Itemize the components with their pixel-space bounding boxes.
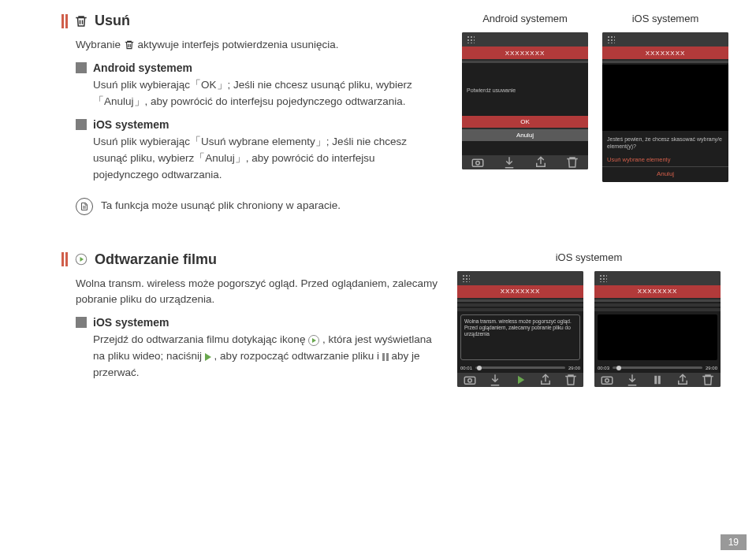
phone-title-bar: XXXXXXXX — [602, 46, 728, 59]
share-icon[interactable] — [676, 373, 690, 387]
ios-cancel-button[interactable]: Anuluj — [602, 167, 728, 182]
note-row: Ta funkcja może usunąć plik chroniony w … — [76, 198, 440, 215]
phone-title-bar: XXXXXXXX — [457, 285, 583, 298]
trash-icon — [74, 14, 88, 28]
camera-icon[interactable] — [463, 373, 477, 387]
note-text: Ta funkcja może usunąć plik chroniony w … — [101, 198, 341, 214]
svg-rect-7 — [654, 375, 657, 384]
svg-rect-5 — [601, 377, 613, 384]
pause-icon-inline — [382, 353, 389, 361]
confirm-delete-text: Potwierdź usuwanie — [462, 65, 588, 116]
menu-grid-icon[interactable] — [467, 35, 475, 43]
share-icon[interactable] — [538, 373, 553, 387]
bullet-square-icon — [76, 62, 87, 73]
ios-subheading: iOS systemem — [76, 118, 440, 131]
delete-intro: Wybranie aktywuje interfejs potwierdzeni… — [76, 37, 440, 54]
section-heading-playback: Odtwarzanie filmu — [61, 251, 440, 268]
note-icon — [76, 198, 93, 215]
trash-icon-inline — [124, 39, 135, 50]
ok-button[interactable]: OK — [462, 116, 588, 128]
android-body: Usuń plik wybierając「OK」; Jeśli nie chce… — [93, 77, 440, 110]
svg-point-1 — [476, 162, 480, 166]
android-phone-mock: XXXXXXXX Potwierdź usuwanie OK Anuluj — [462, 32, 588, 169]
svg-point-6 — [605, 378, 609, 382]
section-heading-delete: Usuń — [61, 13, 440, 29]
menu-grid-icon[interactable] — [462, 274, 470, 282]
play-icon-inline — [205, 353, 211, 361]
bullet-square-icon — [76, 317, 87, 328]
bullet-square-icon — [76, 119, 87, 130]
ios-phone-mock: XXXXXXXX Jesteś pewien, że chcesz skasow… — [602, 32, 728, 182]
download-icon[interactable] — [488, 373, 502, 387]
android-subheading: Android systemem — [76, 61, 440, 74]
delete-selected-button[interactable]: Usuń wybrane elementy — [602, 154, 728, 166]
cancel-button[interactable]: Anuluj — [462, 129, 588, 141]
trash-icon[interactable] — [565, 155, 579, 169]
video-area — [598, 314, 717, 360]
ios-playback-body: Przejdź do odtwarzania filmu dotykając i… — [93, 332, 440, 381]
phone-label-android: Android systemem — [462, 13, 588, 24]
svg-rect-8 — [658, 375, 661, 384]
ios-phone-mock-play: XXXXXXXX Wolna transm. wireless może pog… — [457, 271, 583, 387]
svg-rect-3 — [464, 377, 475, 384]
playback-message: Wolna transm. wireless może pogorszyć og… — [460, 314, 580, 360]
play-circle-icon — [74, 252, 88, 266]
time-bar[interactable]: 00:03 29:00 — [594, 363, 721, 373]
time-bar[interactable]: 00:01 29:00 — [457, 363, 583, 373]
ios-prompt: Jesteś pewien, że chcesz skasować wybran… — [602, 131, 728, 154]
play-circle-icon-inline — [308, 335, 319, 346]
menu-grid-icon[interactable] — [599, 274, 607, 282]
section-title: Odtwarzanie filmu — [95, 251, 217, 268]
heading-marker — [61, 14, 68, 28]
share-icon[interactable] — [534, 155, 548, 169]
phone-label-ios: iOS systemem — [457, 251, 721, 263]
svg-point-4 — [468, 378, 472, 382]
svg-rect-0 — [472, 159, 483, 166]
pause-icon[interactable] — [650, 373, 665, 387]
ios-body: Usuń plik wybierając「Usuń wybrane elemen… — [93, 134, 440, 184]
play-icon[interactable] — [513, 373, 527, 387]
phone-title-bar: XXXXXXXX — [462, 46, 588, 59]
ios-phone-mock-pause: XXXXXXXX 00:03 29:00 — [594, 271, 721, 387]
ios-subheading: iOS systemem — [76, 316, 440, 329]
trash-icon[interactable] — [701, 373, 715, 387]
phone-label-ios: iOS systemem — [602, 13, 728, 24]
camera-icon[interactable] — [471, 155, 485, 169]
section-title: Usuń — [95, 13, 130, 29]
page-number: 19 — [721, 534, 747, 550]
menu-grid-icon[interactable] — [607, 35, 615, 43]
download-icon[interactable] — [625, 373, 639, 387]
download-icon[interactable] — [502, 155, 516, 169]
camera-icon[interactable] — [600, 373, 614, 387]
heading-marker — [61, 252, 68, 266]
playback-body: Wolna transm. wireless może pogorszyć og… — [76, 276, 440, 309]
phone-title-bar: XXXXXXXX — [594, 285, 721, 298]
trash-icon[interactable] — [564, 373, 578, 387]
